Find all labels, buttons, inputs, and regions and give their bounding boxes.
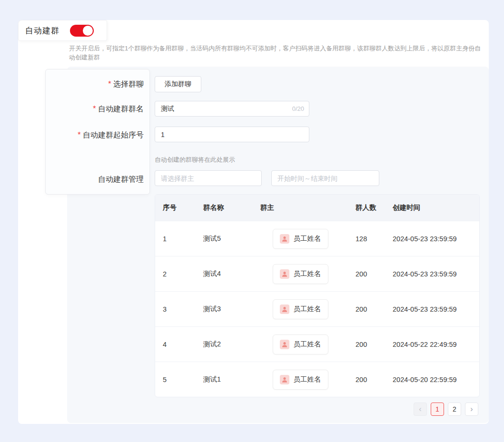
toggle-knob-icon — [83, 26, 93, 36]
time-range-input[interactable] — [272, 175, 379, 182]
cell-created: 2024-05-23 23:59:59 — [385, 270, 479, 278]
label-group-name: 自动建群群名 — [93, 104, 144, 114]
cell-index: 4 — [155, 341, 196, 348]
cell-index: 2 — [155, 270, 196, 278]
owner-tag[interactable]: 员工姓名 — [273, 370, 328, 390]
cell-group-name: 测试3 — [196, 304, 253, 314]
cell-created: 2024-05-22 22:49:59 — [385, 341, 479, 348]
management-note: 自动创建的群聊将在此处展示 — [155, 156, 235, 164]
page-button-2[interactable]: 2 — [448, 403, 461, 416]
col-group-name: 群名称 — [196, 203, 253, 212]
cell-owner: 员工姓名 — [253, 229, 348, 249]
pagination: ‹ 1 2 › — [155, 403, 478, 416]
page-button-1[interactable]: 1 — [431, 403, 444, 416]
label-management: 自动建群管理 — [98, 175, 144, 185]
start-number-input[interactable] — [155, 131, 309, 138]
owner-name: 员工姓名 — [294, 304, 321, 314]
cell-owner: 员工姓名 — [253, 334, 348, 354]
owner-tag[interactable]: 员工姓名 — [273, 229, 328, 249]
owner-tag[interactable]: 员工姓名 — [273, 299, 328, 319]
auto-group-toggle[interactable] — [70, 25, 94, 37]
cell-index: 5 — [155, 376, 196, 383]
table-row: 4 测试2 员工姓名 200 2024-05-22 22:49:59 — [155, 326, 479, 362]
user-avatar-icon — [280, 340, 289, 349]
owner-select-input[interactable] — [155, 175, 261, 182]
cell-created: 2024-05-23 23:59:59 — [385, 305, 479, 313]
char-counter: 0/20 — [292, 105, 309, 112]
owner-name: 员工姓名 — [294, 234, 321, 243]
cell-members: 200 — [348, 376, 385, 383]
cell-members: 200 — [348, 305, 385, 313]
user-avatar-icon — [280, 269, 289, 279]
group-table: 序号 群名称 群主 群人数 创建时间 1 测试5 员工姓名 128 2024-0… — [155, 194, 480, 397]
cell-owner: 员工姓名 — [253, 370, 348, 390]
cell-owner: 员工姓名 — [253, 299, 348, 319]
table-body: 1 测试5 员工姓名 128 2024-05-23 23:59:59 2 测试4 — [155, 221, 479, 397]
owner-name: 员工姓名 — [294, 340, 321, 349]
table-row: 2 测试4 员工姓名 200 2024-05-23 23:59:59 — [155, 256, 479, 291]
feature-description: 开关开启后，可指定1个群聊作为备用群聊，当活码内所有群聊均不可添加时，客户扫码将… — [69, 44, 487, 62]
table-header-row: 序号 群名称 群主 群人数 创建时间 — [155, 195, 479, 221]
next-page-icon[interactable]: › — [465, 403, 478, 416]
user-avatar-icon — [280, 375, 289, 384]
cell-owner: 员工姓名 — [253, 264, 348, 284]
label-start-number: 自动建群起始序号 — [78, 130, 144, 140]
page-title: 自动建群 — [25, 25, 59, 36]
col-index: 序号 — [155, 203, 196, 212]
cell-created: 2024-05-20 22:59:59 — [385, 376, 479, 383]
form-labels-box: 选择群聊 自动建群群名 自动建群起始序号 自动建群管理 — [45, 69, 150, 195]
table-row: 5 测试1 员工姓名 200 2024-05-20 22:59:59 — [155, 362, 479, 397]
cell-members: 200 — [348, 341, 385, 348]
owner-tag[interactable]: 员工姓名 — [273, 264, 328, 284]
auto-group-header: 自动建群 — [18, 20, 107, 41]
start-number-field[interactable] — [155, 127, 309, 142]
owner-name: 员工姓名 — [294, 375, 321, 384]
cell-group-name: 测试2 — [196, 340, 253, 349]
user-avatar-icon — [280, 304, 289, 314]
cell-index: 1 — [155, 235, 196, 243]
col-members: 群人数 — [348, 203, 385, 212]
cell-index: 3 — [155, 305, 196, 313]
user-avatar-icon — [280, 234, 289, 244]
group-name-field[interactable]: 0/20 — [155, 101, 309, 117]
label-select-group: 选择群聊 — [108, 79, 144, 89]
cell-members: 200 — [348, 270, 385, 278]
time-range-field[interactable] — [271, 170, 379, 186]
cell-created: 2024-05-23 23:59:59 — [385, 235, 479, 243]
cell-group-name: 测试1 — [196, 375, 253, 384]
table-row: 3 测试3 员工姓名 200 2024-05-23 23:59:59 — [155, 291, 479, 326]
owner-name: 员工姓名 — [294, 269, 321, 278]
cell-group-name: 测试4 — [196, 269, 253, 278]
cell-members: 128 — [348, 235, 385, 243]
group-name-input[interactable] — [155, 105, 292, 113]
owner-select-field[interactable] — [155, 170, 262, 186]
col-owner: 群主 — [253, 203, 348, 212]
add-group-chat-button[interactable]: 添加群聊 — [155, 76, 201, 92]
prev-page-icon[interactable]: ‹ — [414, 403, 427, 416]
col-created: 创建时间 — [385, 203, 479, 212]
table-row: 1 测试5 员工姓名 128 2024-05-23 23:59:59 — [155, 221, 479, 256]
owner-tag[interactable]: 员工姓名 — [273, 334, 328, 354]
cell-group-name: 测试5 — [196, 234, 253, 243]
